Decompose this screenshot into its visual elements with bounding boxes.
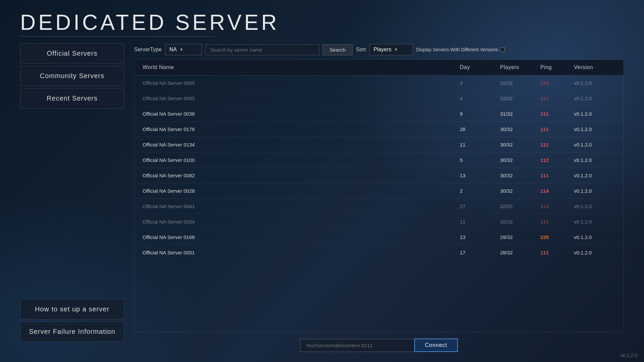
server-ping: 111 (538, 245, 571, 256)
table-row[interactable]: Official NA Server 01641132/32111v0.1.2.… (135, 214, 624, 230)
table-row[interactable]: Official NA Server 01681329/32235v0.1.2.… (135, 230, 624, 245)
server-day: 17 (457, 245, 497, 256)
server-day: 4 (457, 91, 497, 106)
sidebar-btn-0[interactable]: Official Servers (20, 43, 124, 64)
server-version: v0.1.2.0 (571, 199, 618, 214)
server-version: v0.1.2.0 (571, 183, 618, 198)
diff-versions-label: Display Servers With Different Versions (416, 47, 505, 52)
server-version: v0.1.2.0 (571, 122, 618, 137)
server-players: 30/32 (497, 168, 538, 183)
table-header: World NameDayPlayersPingVersion (135, 60, 624, 75)
search-button[interactable]: Search (323, 44, 353, 55)
server-players: 30/32 (497, 137, 538, 152)
table-row[interactable]: Official NA Server 0100530/32112v0.1.2.0 (135, 153, 624, 168)
server-players: 29/32 (497, 230, 538, 245)
server-ping: 112 (538, 153, 571, 168)
server-day: 2 (457, 183, 497, 198)
server-ping: 114 (538, 183, 571, 198)
table-row[interactable]: Official NA Server 0085332/32215v0.1.2.0 (135, 75, 624, 91)
server-day: 13 (457, 230, 497, 245)
sort-value: Players (374, 47, 391, 53)
server-players: 30/32 (497, 183, 538, 198)
server-ping: 111 (538, 91, 571, 106)
server-panel: ServerType NA ▼ Search Sort Players ▼ Di… (134, 40, 624, 355)
server-day: 9 (457, 106, 497, 121)
server-day: 13 (457, 168, 497, 183)
sidebar-bottom: How to set up a serverServer Failure Inf… (20, 299, 124, 342)
sidebar-btn-2[interactable]: Recent Servers (20, 88, 124, 109)
sidebar-btn-1[interactable]: Community Servers (20, 66, 124, 86)
server-players: 28/32 (497, 245, 538, 256)
server-ping: 111 (538, 168, 571, 183)
server-version: v0.1.2.0 (571, 75, 618, 90)
server-players: 32/32 (497, 75, 538, 90)
server-name: Official NA Server 0134 (140, 137, 457, 152)
server-day: 11 (457, 137, 497, 152)
table-col-players: Players (497, 60, 538, 75)
sidebar: Official ServersCommunity ServersRecent … (20, 40, 124, 355)
title-underline (20, 36, 215, 37)
server-day: 5 (457, 153, 497, 168)
server-ping: 215 (538, 75, 571, 90)
server-name: Official NA Server 0100 (140, 153, 457, 168)
server-version: v0.1.2.0 (571, 91, 618, 106)
server-type-value: NA (169, 47, 177, 53)
server-version: v0.1.2.0 (571, 214, 618, 229)
server-version: v0.1.2.0 (571, 106, 618, 121)
table-row[interactable]: Official NA Server 0095432/32111v0.1.2.0 (135, 91, 624, 106)
server-version: v0.1.2.0 (571, 245, 618, 256)
server-ping: 111 (538, 137, 571, 152)
table-col-day: Day (457, 60, 497, 75)
page-title: DEDICATED SERVER (20, 10, 624, 35)
server-players: 30/32 (497, 122, 538, 137)
table-row[interactable]: Official NA Server 01341130/32111v0.1.2.… (135, 137, 624, 153)
search-input[interactable] (205, 44, 319, 55)
sort-dropdown[interactable]: Players ▼ (369, 44, 413, 55)
sort-label: Sort (356, 47, 366, 53)
server-name: Official NA Server 0028 (140, 183, 457, 198)
table-col-world-name: World Name (140, 60, 457, 75)
sidebar-bottom-btn-0[interactable]: How to set up a server (20, 299, 124, 319)
server-name: Official NA Server 0168 (140, 230, 457, 245)
table-col-version: Version (571, 60, 618, 75)
table-row[interactable]: Official NA Server 00821330/32111v0.1.2.… (135, 168, 624, 183)
server-ping: 111 (538, 106, 571, 121)
table-col-ping: Ping (538, 60, 571, 75)
server-day: 3 (457, 75, 497, 90)
sidebar-top: Official ServersCommunity ServersRecent … (20, 43, 124, 109)
server-players: 32/32 (497, 214, 538, 229)
table-row[interactable]: Official NA Server 01762830/32111v0.1.2.… (135, 122, 624, 137)
sidebar-bottom-btn-1[interactable]: Server Failure Information (20, 321, 124, 342)
server-players: 31/32 (497, 106, 538, 121)
server-version: v0.1.2.0 (571, 137, 618, 152)
table-row[interactable]: Official NA Server 0038931/32111v0.1.2.0 (135, 106, 624, 122)
server-day: 28 (457, 122, 497, 137)
server-version: v0.1.2.0 (571, 230, 618, 245)
chevron-down-icon: ▼ (179, 47, 183, 52)
version-label: v0.1.2.0 (621, 353, 637, 358)
table-body[interactable]: Official NA Server 0085332/32215v0.1.2.0… (135, 75, 624, 256)
server-name: Official NA Server 0082 (140, 168, 457, 183)
diff-versions-checkbox[interactable] (500, 47, 505, 52)
table-row[interactable]: Official NA Server 00412732/32113v0.1.2.… (135, 199, 624, 214)
server-version: v0.1.2.0 (571, 168, 618, 183)
server-players: 32/32 (497, 199, 538, 214)
connect-address-input[interactable] (300, 339, 414, 352)
table-row[interactable]: Official NA Server 0028230/32114v0.1.2.0 (135, 183, 624, 199)
server-name: Official NA Server 0164 (140, 214, 457, 229)
server-table: World NameDayPlayersPingVersion Official… (134, 59, 624, 333)
server-version: v0.1.2.0 (571, 153, 618, 168)
server-ping: 235 (538, 230, 571, 245)
table-row[interactable]: Official NA Server 00511728/32111v0.1.2.… (135, 245, 624, 256)
toolbar: ServerType NA ▼ Search Sort Players ▼ Di… (134, 40, 624, 59)
server-day: 27 (457, 199, 497, 214)
server-name: Official NA Server 0051 (140, 245, 457, 256)
server-name: Official NA Server 0041 (140, 199, 457, 214)
server-name: Official NA Server 0176 (140, 122, 457, 137)
server-name: Official NA Server 0085 (140, 75, 457, 90)
server-ping: 113 (538, 199, 571, 214)
server-name: Official NA Server 0095 (140, 91, 457, 106)
server-type-dropdown[interactable]: NA ▼ (165, 44, 202, 55)
connect-button[interactable]: Connect (414, 339, 458, 352)
chevron-down-icon-sort: ▼ (394, 47, 398, 52)
